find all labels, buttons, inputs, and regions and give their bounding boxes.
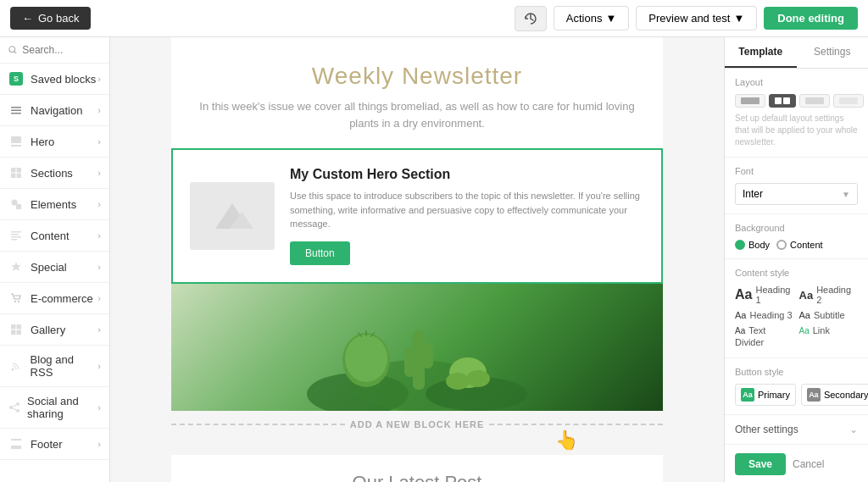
hero-button[interactable]: Button [290, 241, 350, 265]
chevron-right-icon: › [97, 439, 101, 449]
sidebar-item-blog-rss[interactable]: Blog and RSS › [0, 346, 109, 387]
svg-point-38 [345, 335, 387, 382]
social-icon [8, 400, 20, 415]
sidebar-item-navigation[interactable]: Navigation › [0, 95, 109, 126]
heading1-item[interactable]: Aa Heading 1 [735, 285, 794, 305]
cursor-area: 👆 [171, 429, 663, 452]
dashed-line-right [489, 424, 663, 425]
link-item[interactable]: Aa Link [799, 325, 859, 335]
sidebar-item-special[interactable]: Special › [0, 252, 109, 283]
other-settings-label: Other settings [735, 424, 798, 435]
actions-button[interactable]: Actions ▼ [554, 6, 630, 30]
sidebar-item-hero[interactable]: Hero › [0, 126, 109, 158]
other-settings-chevron-icon: ⌄ [849, 424, 858, 435]
heading2-aa-icon: Aa [799, 289, 814, 302]
heading2-label: Heading 2 [816, 285, 858, 305]
primary-button-style[interactable]: Aa Primary [735, 384, 796, 406]
chevron-right-icon: › [97, 199, 101, 209]
svg-marker-17 [11, 262, 21, 271]
cancel-button[interactable]: Cancel [793, 458, 824, 470]
svg-rect-22 [11, 330, 16, 335]
newsletter-subtitle: In this week's issue we cover all things… [188, 98, 646, 131]
sidebar-item-footer[interactable]: Footer › [0, 429, 109, 460]
primary-button-label: Primary [758, 390, 790, 400]
sidebar-item-ecommerce[interactable]: E-commerce › [0, 283, 109, 314]
svg-rect-23 [17, 330, 22, 335]
sidebar-item-label: Blog and RSS [31, 353, 98, 379]
newsletter-title: Weekly Newsletter [188, 63, 646, 90]
subtitle-item[interactable]: Aa Subtitle [799, 310, 859, 320]
svg-rect-12 [16, 204, 21, 209]
chevron-right-icon: › [97, 293, 101, 303]
svg-rect-6 [11, 145, 21, 147]
sidebar-item-label: Content [31, 230, 70, 242]
svg-line-29 [13, 408, 16, 410]
hero-description: Use this space to introduce subscribers … [290, 189, 644, 231]
dashed-line-left [171, 424, 345, 425]
sidebar-item-label: E-commerce [31, 292, 93, 305]
svg-rect-21 [17, 324, 22, 330]
sidebar-search[interactable] [0, 37, 109, 64]
footer-icon [8, 436, 24, 452]
chevron-right-icon: › [97, 361, 101, 371]
secondary-button-style[interactable]: Aa Secondary [801, 384, 868, 406]
button-style-label: Button style [735, 367, 858, 377]
newsletter-header: Weekly Newsletter In this week's issue w… [171, 37, 663, 148]
sidebar-item-elements[interactable]: Elements › [0, 189, 109, 220]
sidebar-item-label: Hero [31, 136, 54, 148]
history-button[interactable] [515, 6, 547, 31]
sidebar-item-sections[interactable]: Sections › [0, 158, 109, 189]
heading1-label: Heading 1 [755, 285, 793, 305]
secondary-button-label: Secondary [824, 390, 868, 400]
go-back-button[interactable]: ← Go back [10, 7, 91, 30]
background-body-option[interactable]: Body [735, 240, 770, 250]
svg-rect-16 [11, 239, 17, 241]
hero-block[interactable]: My Custom Hero Section Use this space to… [171, 148, 663, 284]
svg-point-47 [466, 370, 490, 387]
canvas-area: Weekly Newsletter In this week's issue w… [110, 37, 724, 482]
heading1-aa-icon: Aa [735, 287, 752, 302]
tab-template-label: Template [738, 46, 782, 58]
tab-settings[interactable]: Settings [797, 37, 869, 68]
tab-template[interactable]: Template [725, 37, 797, 68]
heading2-item[interactable]: Aa Heading 2 [799, 285, 859, 305]
sections-icon [8, 165, 24, 180]
canvas-inner: Weekly Newsletter In this week's issue w… [171, 37, 663, 482]
layout-btn-1[interactable] [735, 94, 765, 108]
button-style-section: Button style Aa Primary Aa Secondary [725, 358, 868, 415]
preview-button[interactable]: Preview and test ▼ [636, 6, 757, 30]
layout-btn-2[interactable] [769, 94, 796, 108]
topbar-left: ← Go back [10, 7, 506, 30]
actions-chevron-icon: ▼ [605, 12, 616, 25]
sidebar-item-social[interactable]: Social and sharing › [0, 387, 109, 429]
font-select[interactable]: Inter ▼ [735, 183, 858, 205]
link-aa-icon: Aa [799, 326, 810, 335]
svg-point-27 [16, 409, 19, 413]
history-icon [524, 12, 537, 25]
svg-line-1 [14, 52, 17, 54]
svg-rect-8 [17, 168, 22, 173]
svg-rect-13 [11, 231, 21, 233]
content-style-label: Content style [735, 268, 858, 278]
layout-btn-4[interactable] [833, 94, 864, 108]
subtitle-aa-icon: Aa [799, 310, 810, 320]
layout-label: Layout [735, 77, 858, 87]
sidebar-item-gallery[interactable]: Gallery › [0, 314, 109, 346]
text-item[interactable]: Aa Text [735, 325, 794, 335]
hero-button-label: Button [305, 247, 335, 259]
background-body-label: Body [748, 240, 770, 250]
cursor-hand-icon: 👆 [555, 429, 578, 452]
search-input[interactable] [22, 44, 101, 56]
cancel-label: Cancel [793, 458, 824, 470]
chevron-right-icon: › [97, 136, 101, 147]
done-editing-button[interactable]: Done editing [764, 7, 858, 30]
divider-item[interactable]: Divider [735, 335, 858, 349]
layout-btn-3[interactable] [799, 94, 830, 108]
svg-rect-31 [11, 439, 21, 440]
background-content-option[interactable]: Content [776, 240, 823, 250]
heading3-item[interactable]: Aa Heading 3 [735, 310, 794, 320]
save-button[interactable]: Save [735, 453, 786, 475]
other-settings[interactable]: Other settings ⌄ [725, 415, 868, 444]
sidebar-item-content[interactable]: Content › [0, 220, 109, 252]
sidebar-item-saved-blocks[interactable]: S Saved blocks › [0, 64, 109, 95]
